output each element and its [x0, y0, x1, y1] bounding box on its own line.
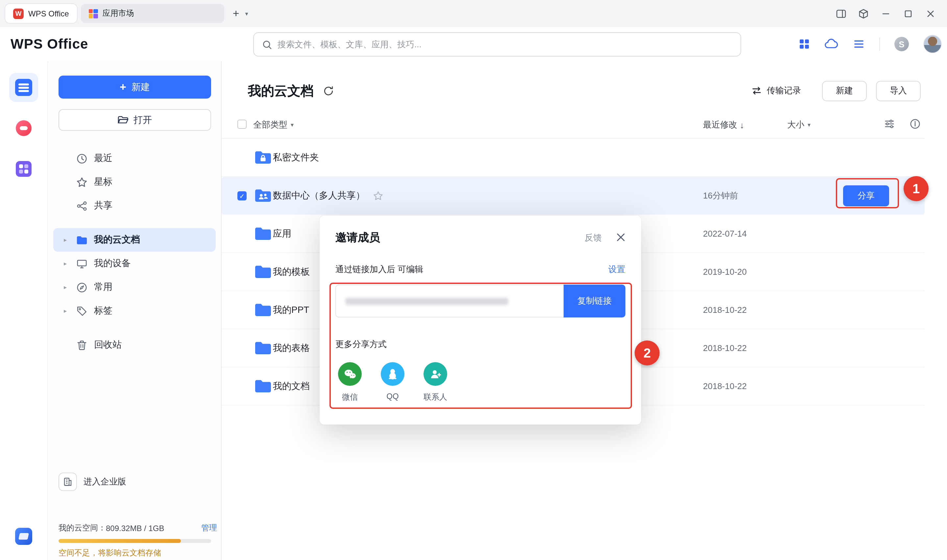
close-button[interactable]: [919, 4, 942, 23]
rail-cloud-drive-button[interactable]: [9, 522, 38, 551]
sidebar-item-frequent[interactable]: ▸ 常用: [53, 275, 216, 299]
share-link-field[interactable]: [336, 285, 564, 317]
sidebar-toggle-icon[interactable]: [830, 4, 852, 23]
favorite-star-icon[interactable]: [373, 190, 383, 201]
storage-usage: 809.32MB / 1GB: [106, 523, 164, 533]
share-method-contacts[interactable]: 联系人: [421, 362, 450, 403]
open-file-button[interactable]: 打开: [59, 109, 211, 131]
search-icon: [262, 39, 272, 50]
tab-app-market[interactable]: 应用市场: [81, 4, 224, 23]
menu-icon[interactable]: [853, 39, 865, 49]
new-button[interactable]: 新建: [822, 80, 867, 101]
tab-list-chevron-icon[interactable]: ▾: [245, 10, 248, 17]
annotation-step-1: 1: [904, 176, 929, 201]
new-document-button[interactable]: + 新建: [59, 75, 211, 98]
dialog-close-icon[interactable]: [616, 232, 625, 243]
folder-icon: [254, 341, 272, 355]
package-icon[interactable]: [852, 4, 875, 23]
sidebar-item-starred[interactable]: 星标: [53, 170, 216, 194]
expand-chevron-icon[interactable]: ▸: [64, 284, 67, 291]
new-tab-button[interactable]: +: [228, 6, 244, 22]
enter-enterprise-button[interactable]: 进入企业版: [59, 472, 126, 491]
storage-label: 我的云空间：: [59, 523, 106, 534]
rail-documents-button[interactable]: [9, 73, 38, 102]
sidebar-item-recent[interactable]: 最近: [53, 146, 216, 170]
shared-folder-icon: [254, 189, 272, 203]
sidebar-nav: 最近 星标 共享 ▸ 我的云文档 ▸: [48, 146, 221, 357]
tab-wps-office[interactable]: W WPS Office: [5, 4, 77, 23]
contacts-icon: [423, 362, 447, 386]
column-header-size[interactable]: 大小 ▾: [787, 119, 810, 131]
share-settings-link[interactable]: 设置: [608, 263, 625, 275]
device-icon: [75, 258, 88, 269]
user-avatar[interactable]: [923, 35, 942, 53]
refresh-icon[interactable]: [323, 85, 334, 96]
share-method-qq[interactable]: QQ: [378, 362, 407, 403]
expand-chevron-icon[interactable]: ▸: [64, 260, 67, 267]
storage-progress-bar: [59, 539, 211, 543]
sort-down-icon: ↓: [740, 120, 744, 130]
link-permission-hint: 通过链接加入后 可编辑: [336, 263, 423, 275]
cloud-drive-icon: [15, 528, 32, 545]
sidebar-item-my-devices[interactable]: ▸ 我的设备: [53, 252, 216, 275]
wps-logo-icon: W: [13, 8, 24, 19]
wps-office-window: W WPS Office 应用市场 + ▾ WPS Office 搜索文件、模: [0, 0, 947, 560]
enterprise-icon: [59, 472, 77, 491]
frequent-icon: [75, 281, 88, 293]
page-title: 我的云文档: [248, 82, 314, 100]
select-all-checkbox[interactable]: [237, 120, 246, 129]
feedback-link[interactable]: 反馈: [585, 232, 602, 243]
rail-lite-docs-button[interactable]: [9, 114, 38, 143]
share-method-wechat[interactable]: 微信: [336, 362, 364, 403]
sidebar-item-shared[interactable]: 共享: [53, 194, 216, 218]
annotation-step-2: 2: [634, 340, 660, 365]
folder-icon: [254, 379, 272, 394]
info-icon[interactable]: [910, 118, 921, 131]
apps-grid-icon[interactable]: [798, 38, 810, 50]
tab-label: WPS Office: [28, 9, 69, 18]
tab-label: 应用市场: [103, 8, 134, 19]
window-tab-bar: W WPS Office 应用市场 + ▾: [0, 0, 947, 27]
search-input[interactable]: 搜索文件、模板、文库、应用、技巧...: [253, 32, 741, 57]
type-filter-dropdown[interactable]: 全部类型 ▾: [253, 119, 294, 131]
copy-link-button[interactable]: 复制链接: [564, 285, 625, 317]
qq-icon: [381, 362, 405, 386]
expand-chevron-icon[interactable]: ▸: [64, 237, 67, 243]
file-table-header: 全部类型 ▾ 最近修改 ↓ 大小 ▾: [222, 116, 925, 139]
row-checkbox-checked[interactable]: ✓: [237, 191, 246, 200]
dialog-title: 邀请成员: [336, 230, 585, 245]
sidebar-item-tags[interactable]: ▸ 标签: [53, 299, 216, 323]
storage-warning: 空间不足，将影响云文档存储: [59, 548, 161, 559]
app-market-icon: [89, 9, 98, 18]
maximize-button[interactable]: [897, 4, 919, 23]
open-folder-icon: [118, 115, 128, 125]
expand-chevron-icon[interactable]: ▸: [64, 308, 67, 314]
minimize-button[interactable]: [875, 4, 897, 23]
transfer-records-button[interactable]: 传输记录: [751, 85, 801, 97]
share-button[interactable]: 分享: [843, 185, 889, 206]
rail-apps-button[interactable]: [9, 154, 38, 183]
apps-icon: [16, 161, 32, 177]
sidebar-item-my-cloud-docs[interactable]: ▸ 我的云文档: [53, 228, 216, 252]
lite-docs-icon: [16, 120, 32, 136]
sidebar-item-recycle-bin[interactable]: 回收站: [53, 333, 216, 357]
caret-down-icon: ▾: [291, 122, 294, 128]
membership-badge-icon[interactable]: S: [895, 37, 909, 51]
trash-icon: [75, 339, 88, 351]
share-nodes-icon: [75, 200, 88, 212]
redacted-share-link: [345, 297, 508, 305]
manage-storage-link[interactable]: 管理: [201, 523, 217, 534]
file-row-data-center[interactable]: ✓ 数据中心（多人共享） 16分钟前 分享: [222, 177, 925, 215]
folder-icon: [254, 303, 272, 317]
display-settings-icon[interactable]: [884, 118, 895, 131]
file-row-private-folder[interactable]: 私密文件夹: [222, 139, 925, 177]
search-placeholder: 搜索文件、模板、文库、应用、技巧...: [277, 38, 422, 50]
import-button[interactable]: 导入: [876, 80, 921, 101]
more-share-methods-label: 更多分享方式: [336, 338, 625, 350]
cloud-folder-icon: [75, 234, 88, 246]
folder-icon: [254, 265, 272, 279]
column-header-modified[interactable]: 最近修改 ↓: [703, 119, 744, 131]
cloud-storage-info: 我的云空间： 809.32MB / 1GB 管理: [59, 523, 217, 534]
cloud-sync-icon[interactable]: [825, 38, 839, 50]
transfer-icon: [751, 86, 762, 95]
